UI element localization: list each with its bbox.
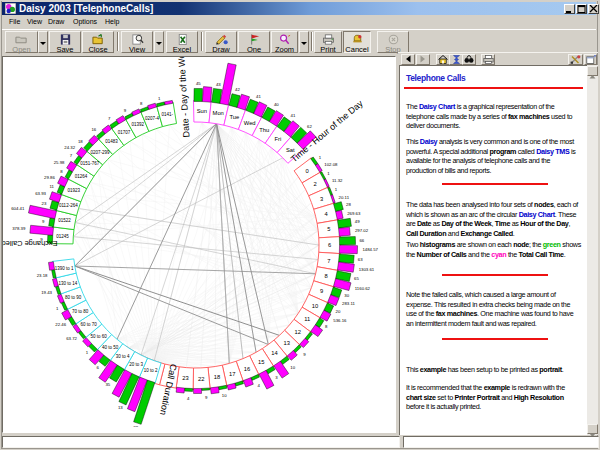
svg-text:40 to 50: 40 to 50 bbox=[102, 345, 119, 350]
svg-text:41: 41 bbox=[291, 113, 296, 118]
svg-text:60 to 70: 60 to 70 bbox=[81, 322, 98, 327]
svg-text:25.98: 25.98 bbox=[54, 160, 65, 165]
svg-text:45: 45 bbox=[196, 81, 201, 86]
svg-text:22.46: 22.46 bbox=[55, 322, 66, 327]
svg-text:01483: 01483 bbox=[105, 139, 118, 144]
svg-text:Mon: Mon bbox=[213, 110, 224, 116]
svg-text:19.43: 19.43 bbox=[41, 290, 52, 295]
svg-text:10: 10 bbox=[290, 365, 295, 370]
svg-text:01264: 01264 bbox=[75, 174, 88, 179]
svg-text:49: 49 bbox=[355, 219, 360, 224]
svg-text:9: 9 bbox=[320, 288, 323, 294]
svg-text:63.72: 63.72 bbox=[66, 336, 77, 341]
svg-text:42: 42 bbox=[235, 87, 240, 92]
svg-text:3: 3 bbox=[275, 375, 278, 380]
svg-text:41: 41 bbox=[256, 94, 261, 99]
svg-text:269.63: 269.63 bbox=[347, 211, 361, 216]
svg-text:40: 40 bbox=[274, 102, 279, 107]
svg-text:20: 20 bbox=[336, 309, 341, 314]
svg-text:1160.62: 1160.62 bbox=[355, 286, 371, 291]
svg-text:01707: 01707 bbox=[118, 130, 131, 135]
svg-text:0: 0 bbox=[306, 168, 309, 174]
svg-text:Thu: Thu bbox=[259, 127, 269, 133]
svg-text:Fri: Fri bbox=[275, 136, 282, 142]
svg-text:17: 17 bbox=[229, 371, 235, 377]
svg-text:9: 9 bbox=[124, 108, 127, 113]
svg-text:16: 16 bbox=[244, 366, 250, 372]
svg-text:0151-767: 0151-767 bbox=[80, 161, 100, 166]
svg-text:5: 5 bbox=[327, 226, 330, 232]
svg-text:01392: 01392 bbox=[131, 122, 144, 127]
svg-text:01923: 01923 bbox=[68, 188, 81, 193]
svg-text:0207-4: 0207-4 bbox=[145, 116, 160, 121]
svg-text:10: 10 bbox=[312, 303, 318, 309]
svg-text:8: 8 bbox=[325, 324, 328, 329]
svg-text:7: 7 bbox=[327, 258, 330, 264]
svg-text:0207-299: 0207-299 bbox=[90, 150, 110, 155]
svg-text:7: 7 bbox=[70, 153, 73, 158]
svg-text:50 to 60: 50 to 60 bbox=[91, 334, 108, 339]
svg-text:01245: 01245 bbox=[56, 234, 69, 239]
svg-text:102.08: 102.08 bbox=[324, 162, 338, 167]
svg-text:9: 9 bbox=[205, 395, 208, 400]
svg-text:35: 35 bbox=[105, 382, 110, 387]
svg-text:8: 8 bbox=[60, 169, 63, 174]
svg-text:9: 9 bbox=[42, 219, 45, 224]
svg-text:297.02: 297.02 bbox=[355, 228, 369, 233]
svg-text:24.32: 24.32 bbox=[64, 145, 75, 150]
svg-text:10: 10 bbox=[222, 393, 227, 398]
svg-text:11.32: 11.32 bbox=[332, 178, 343, 183]
svg-text:0141-: 0141- bbox=[161, 112, 173, 117]
svg-text:23: 23 bbox=[182, 375, 188, 381]
svg-text:66: 66 bbox=[359, 238, 364, 243]
svg-text:6: 6 bbox=[97, 365, 100, 370]
svg-text:378.39: 378.39 bbox=[12, 226, 26, 231]
svg-text:13: 13 bbox=[283, 340, 289, 346]
svg-text:1: 1 bbox=[86, 350, 89, 355]
svg-text:8: 8 bbox=[140, 101, 143, 106]
svg-text:1: 1 bbox=[158, 96, 161, 101]
svg-text:23: 23 bbox=[42, 201, 47, 206]
svg-text:30 to 4: 30 to 4 bbox=[116, 354, 130, 359]
svg-text:28: 28 bbox=[346, 202, 351, 207]
svg-text:1: 1 bbox=[319, 155, 322, 160]
svg-text:4: 4 bbox=[258, 383, 261, 388]
svg-text:63.93: 63.93 bbox=[35, 191, 46, 196]
svg-text:604.41: 604.41 bbox=[11, 206, 25, 211]
svg-text:Wed: Wed bbox=[244, 120, 256, 126]
svg-text:9: 9 bbox=[303, 352, 306, 357]
svg-text:22: 22 bbox=[198, 376, 204, 382]
svg-text:Exchange Called: Exchange Called bbox=[3, 239, 57, 248]
svg-text:Sun: Sun bbox=[197, 108, 207, 114]
svg-text:18: 18 bbox=[78, 139, 83, 144]
svg-text:65: 65 bbox=[354, 276, 359, 281]
svg-text:1390 to 1: 1390 to 1 bbox=[55, 266, 74, 271]
svg-text:18: 18 bbox=[214, 374, 220, 380]
svg-text:63: 63 bbox=[358, 257, 363, 262]
svg-text:2: 2 bbox=[314, 181, 317, 187]
svg-text:4: 4 bbox=[187, 396, 190, 401]
svg-text:11: 11 bbox=[50, 184, 55, 189]
svg-text:43: 43 bbox=[216, 82, 221, 87]
svg-text:11: 11 bbox=[304, 316, 310, 322]
svg-text:Tue: Tue bbox=[229, 114, 239, 120]
svg-text:13: 13 bbox=[118, 405, 123, 410]
svg-text:14: 14 bbox=[271, 350, 278, 356]
svg-text:10 to 2: 10 to 2 bbox=[144, 368, 158, 373]
svg-text:1: 1 bbox=[327, 171, 330, 176]
svg-text:29: 29 bbox=[133, 425, 138, 427]
svg-text:536.16: 536.16 bbox=[333, 318, 347, 323]
svg-text:1484.57: 1484.57 bbox=[362, 247, 378, 252]
svg-text:29.86: 29.86 bbox=[44, 175, 55, 180]
svg-text:6: 6 bbox=[328, 242, 331, 248]
svg-text:1: 1 bbox=[335, 187, 338, 192]
svg-text:3: 3 bbox=[320, 196, 323, 202]
svg-text:130 to 14: 130 to 14 bbox=[58, 281, 77, 286]
svg-text:15: 15 bbox=[258, 359, 264, 365]
svg-text:7: 7 bbox=[108, 116, 111, 121]
svg-text:12: 12 bbox=[294, 329, 300, 335]
svg-text:70 to 80: 70 to 80 bbox=[72, 309, 89, 314]
svg-text:16: 16 bbox=[91, 127, 96, 132]
svg-text:8: 8 bbox=[324, 273, 327, 279]
svg-text:23.18: 23.18 bbox=[37, 273, 48, 278]
